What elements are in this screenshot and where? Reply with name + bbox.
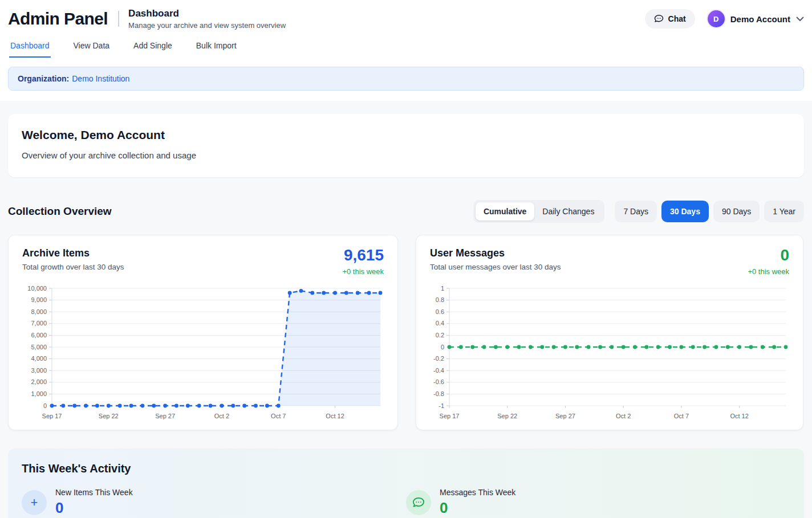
- svg-text:1: 1: [441, 285, 444, 292]
- svg-text:Oct 2: Oct 2: [616, 413, 631, 419]
- weekly-activity-card: This Week's Activity + New Items This We…: [8, 448, 804, 518]
- mode-toggle: Cumulative Daily Changes: [473, 200, 605, 223]
- svg-text:0.6: 0.6: [436, 308, 444, 315]
- user-messages-subtitle: Total user messages over last 30 days: [430, 263, 561, 271]
- organization-label: Organization:: [18, 74, 69, 83]
- page-subtitle: Manage your archive and view system over…: [128, 21, 286, 30]
- range-90-days[interactable]: 90 Days: [713, 201, 760, 222]
- archive-items-card: Archive Items Total growth over last 30 …: [8, 235, 398, 430]
- svg-text:Sep 27: Sep 27: [155, 413, 175, 419]
- range-buttons: 7 Days 30 Days 90 Days 1 Year: [615, 201, 804, 222]
- tab-bulk-import[interactable]: Bulk Import: [195, 39, 238, 58]
- range-1-year[interactable]: 1 Year: [764, 201, 804, 222]
- plus-icon: +: [22, 490, 47, 515]
- main-content: Welcome, Demo Account Overview of your a…: [0, 101, 812, 518]
- welcome-subtitle: Overview of your archive collection and …: [22, 150, 790, 160]
- svg-text:0.8: 0.8: [436, 296, 444, 303]
- svg-text:Sep 27: Sep 27: [555, 413, 575, 419]
- account-menu[interactable]: D Demo Account: [708, 10, 804, 27]
- user-messages-delta: +0 this week: [748, 267, 789, 276]
- svg-text:7,000: 7,000: [31, 320, 47, 327]
- archive-items-subtitle: Total growth over last 30 days: [22, 263, 124, 271]
- range-30-days[interactable]: 30 Days: [661, 201, 709, 222]
- welcome-card: Welcome, Demo Account Overview of your a…: [8, 114, 804, 177]
- svg-text:Oct 7: Oct 7: [674, 413, 689, 419]
- chat-icon: [654, 14, 664, 23]
- avatar: D: [708, 10, 725, 27]
- organization-value: Demo Institution: [72, 74, 129, 83]
- svg-text:6,000: 6,000: [31, 332, 47, 338]
- organization-banner: Organization:Demo Institution: [8, 67, 804, 91]
- archive-items-total: 9,615: [342, 247, 384, 263]
- svg-text:4,000: 4,000: [31, 355, 47, 362]
- tab-view-data[interactable]: View Data: [72, 39, 111, 58]
- svg-text:Sep 22: Sep 22: [497, 413, 517, 419]
- nav-tabs: Dashboard View Data Add Single Bulk Impo…: [8, 39, 804, 58]
- mode-cumulative[interactable]: Cumulative: [476, 202, 534, 221]
- new-items-label: New Items This Week: [55, 488, 133, 497]
- user-messages-total: 0: [748, 247, 789, 263]
- collection-overview-title: Collection Overview: [8, 205, 112, 218]
- header: Admin Panel Dashboard Manage your archiv…: [0, 0, 812, 58]
- svg-text:5,000: 5,000: [31, 344, 47, 350]
- svg-text:9,000: 9,000: [31, 296, 47, 303]
- svg-text:-0.6: -0.6: [433, 378, 444, 385]
- account-name: Demo Account: [730, 14, 790, 24]
- new-items-stat: + New Items This Week 0: [22, 488, 406, 517]
- svg-text:0: 0: [43, 402, 47, 409]
- svg-text:-0.8: -0.8: [433, 390, 444, 397]
- range-7-days[interactable]: 7 Days: [615, 201, 657, 222]
- tab-dashboard[interactable]: Dashboard: [9, 39, 51, 58]
- svg-text:Sep 22: Sep 22: [99, 413, 119, 419]
- svg-text:2,000: 2,000: [31, 378, 47, 385]
- svg-text:Oct 2: Oct 2: [214, 413, 229, 419]
- header-divider: [118, 11, 119, 27]
- mode-daily-changes[interactable]: Daily Changes: [534, 202, 602, 221]
- user-messages-title: User Messages: [430, 247, 561, 259]
- app-title: Admin Panel: [8, 9, 108, 28]
- archive-items-title: Archive Items: [22, 247, 124, 259]
- chat-button[interactable]: Chat: [645, 9, 695, 28]
- svg-text:1,000: 1,000: [31, 390, 47, 397]
- svg-text:Oct 7: Oct 7: [271, 413, 286, 419]
- chat-bubble-icon: [406, 490, 431, 515]
- svg-text:Oct 12: Oct 12: [326, 413, 344, 419]
- svg-text:Oct 12: Oct 12: [730, 413, 748, 419]
- welcome-title: Welcome, Demo Account: [22, 128, 790, 142]
- messages-stat: Messages This Week 0: [406, 488, 790, 517]
- svg-text:Sep 17: Sep 17: [440, 413, 460, 419]
- svg-text:-0.2: -0.2: [433, 355, 444, 362]
- archive-items-delta: +0 this week: [342, 267, 384, 276]
- svg-text:-0.4: -0.4: [433, 367, 444, 374]
- svg-text:10,000: 10,000: [27, 285, 47, 292]
- user-messages-chart: -1-0.8-0.6-0.4-0.200.20.40.60.81Sep 17Se…: [430, 284, 790, 423]
- svg-text:-1: -1: [439, 402, 444, 409]
- chat-button-label: Chat: [668, 14, 686, 23]
- archive-items-chart: 01,0002,0003,0004,0005,0006,0007,0008,00…: [22, 284, 385, 423]
- svg-text:0: 0: [441, 344, 444, 350]
- svg-text:Sep 17: Sep 17: [42, 413, 62, 419]
- new-items-value: 0: [55, 499, 133, 517]
- user-messages-card: User Messages Total user messages over l…: [416, 235, 803, 430]
- page-title: Dashboard: [128, 8, 286, 19]
- messages-value: 0: [440, 499, 515, 517]
- svg-text:0.2: 0.2: [436, 332, 444, 338]
- tab-add-single[interactable]: Add Single: [132, 39, 173, 58]
- weekly-activity-title: This Week's Activity: [22, 462, 790, 475]
- svg-text:3,000: 3,000: [31, 367, 47, 374]
- chevron-down-icon: [796, 17, 804, 22]
- svg-text:8,000: 8,000: [31, 308, 47, 315]
- svg-text:0.4: 0.4: [436, 320, 444, 327]
- messages-label: Messages This Week: [440, 488, 515, 497]
